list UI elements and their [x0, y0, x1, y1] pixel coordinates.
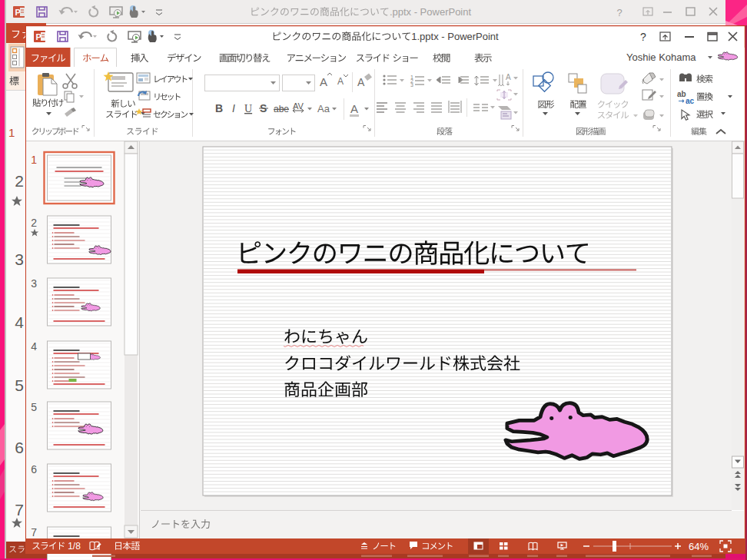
- svg-text:A: A: [350, 102, 358, 115]
- svg-text:A: A: [357, 76, 365, 88]
- svg-text:4: 4: [31, 340, 37, 353]
- svg-text:.pptx - PowerPoint: .pptx - PowerPoint: [390, 6, 472, 18]
- svg-text:?: ?: [640, 31, 646, 43]
- svg-text:ac: ac: [686, 97, 695, 105]
- svg-text:1: 1: [8, 126, 15, 139]
- svg-text:ab: ab: [677, 90, 686, 98]
- svg-text:A: A: [337, 76, 344, 87]
- svg-text:6: 6: [31, 463, 37, 476]
- svg-text:B: B: [215, 102, 223, 114]
- svg-text:2: 2: [31, 217, 37, 229]
- svg-text:1.pptx - PowerPoint: 1.pptx - PowerPoint: [411, 31, 499, 42]
- svg-text:Aa: Aa: [317, 103, 330, 114]
- svg-text:6: 6: [15, 439, 24, 456]
- svg-text:P: P: [36, 32, 42, 41]
- svg-text:7: 7: [31, 526, 37, 538]
- svg-text:5: 5: [31, 401, 37, 413]
- svg-text:A: A: [320, 75, 327, 88]
- svg-text:5: 5: [15, 376, 24, 394]
- svg-text:7: 7: [15, 501, 24, 519]
- svg-text:3: 3: [31, 277, 37, 290]
- svg-text:abe: abe: [274, 104, 289, 114]
- svg-text:?: ?: [616, 7, 622, 18]
- svg-text:P: P: [15, 8, 21, 17]
- svg-text:1: 1: [31, 154, 37, 166]
- svg-text:U: U: [244, 103, 252, 114]
- svg-text:Yoshie Kohama: Yoshie Kohama: [626, 51, 696, 63]
- svg-text:3: 3: [410, 82, 413, 88]
- svg-text:2: 2: [15, 172, 24, 190]
- svg-text:64%: 64%: [689, 541, 709, 552]
- svg-text:3: 3: [15, 250, 24, 268]
- svg-text:4: 4: [15, 313, 24, 331]
- svg-text:I: I: [232, 102, 235, 114]
- svg-text:A: A: [506, 73, 511, 81]
- svg-text:1/8: 1/8: [68, 541, 81, 552]
